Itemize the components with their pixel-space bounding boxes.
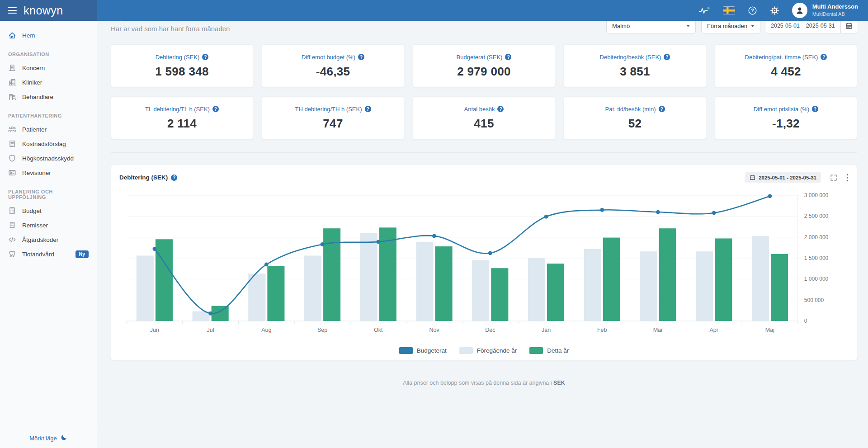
bar-detta-r: [491, 268, 508, 321]
kpi-label: Debitering/besök (SEK): [600, 54, 661, 61]
bar-f-reg-ende-r: [584, 249, 601, 321]
sidebar-nav: HemORGANISATIONKoncernKlinikerBehandlare…: [0, 21, 97, 428]
svg-text:0: 0: [804, 318, 807, 324]
legend-label: Föregående år: [477, 347, 517, 354]
chart-plot-area[interactable]: 0500 0001 000 0001 500 0002 000 0002 500…: [119, 186, 849, 345]
hamburger-menu-icon[interactable]: [8, 7, 17, 14]
user-menu[interactable]: Multi Andersson MultiDental AB: [792, 3, 858, 18]
dark-mode-toggle[interactable]: Mörkt läge: [0, 428, 97, 448]
sidebar-item-kostnadsf-rslag[interactable]: Kostnadsförslag: [0, 137, 97, 151]
sidebar-item-tiotandv-rd[interactable]: TiotandvårdNy: [0, 247, 97, 261]
budgeterat-point: [376, 240, 380, 244]
kpi-help-icon[interactable]: ?: [358, 54, 364, 60]
user-company: MultiDental AB: [812, 11, 858, 17]
kpi-label: Pat. tid/besök (min): [605, 106, 656, 113]
kpi-label: Debitering/pat. timme (SEK): [745, 54, 818, 61]
kpi-help-icon[interactable]: ?: [212, 106, 219, 112]
sidebar-item-label: Åtgärdskoder: [22, 236, 58, 243]
kpi-help-icon[interactable]: ?: [812, 106, 818, 112]
sidebar-item-koncern[interactable]: Koncern: [0, 61, 97, 75]
sidebar-item-budget[interactable]: Budget: [0, 203, 97, 218]
referral-icon: [8, 221, 16, 229]
svg-text:1 500 000: 1 500 000: [804, 255, 829, 261]
svg-text:Dec: Dec: [485, 327, 495, 333]
clinic-select-value: Malmö: [612, 23, 630, 29]
legend-label: Budgeterat: [417, 347, 447, 354]
kpi-help-icon[interactable]: ?: [821, 54, 827, 60]
footer-note: Alla priser och belopp som visas på denn…: [111, 373, 857, 393]
sidebar-item-hem[interactable]: Hem: [0, 28, 97, 42]
code-icon: [8, 236, 16, 244]
kpi-help-icon[interactable]: ?: [497, 106, 504, 112]
user-name: Multi Andersson: [812, 3, 858, 11]
bar-detta-r: [771, 254, 788, 321]
chevron-down-icon: [751, 25, 755, 27]
svg-text:Apr: Apr: [709, 327, 718, 333]
sweden-flag-icon[interactable]: [723, 6, 735, 14]
kpi-card: Budgeterat (SEK)?2 979 000: [413, 44, 555, 88]
legend-item[interactable]: Föregående år: [459, 347, 517, 354]
sidebar-item--tg-rdskoder[interactable]: Åtgärdskoder: [0, 232, 97, 247]
sidebar-item-revisioner[interactable]: Revisioner: [0, 165, 97, 180]
sidebar-item-remisser[interactable]: Remisser: [0, 218, 97, 232]
svg-text:3 000 000: 3 000 000: [804, 192, 829, 198]
svg-text:Okt: Okt: [374, 327, 383, 333]
sidebar-item-h-gkostnadsskydd[interactable]: Högkostnadsskydd: [0, 151, 97, 165]
kpi-card: TH debitering/TH h (SEK)?747: [262, 96, 404, 140]
date-range-input[interactable]: 2025-05-01 – 2025-05-31: [766, 23, 840, 29]
settings-icon[interactable]: [770, 6, 779, 15]
svg-text:2 000 000: 2 000 000: [804, 234, 829, 241]
help-icon[interactable]: ?: [748, 6, 757, 15]
chart-help-icon[interactable]: ?: [171, 174, 177, 181]
budgeterat-point: [321, 242, 325, 246]
kpi-help-icon[interactable]: ?: [365, 106, 371, 112]
svg-text:Aug: Aug: [261, 327, 271, 333]
calendar-icon: [750, 174, 755, 180]
activity-icon[interactable]: [698, 6, 710, 15]
bar-detta-r: [603, 238, 620, 321]
sidebar-item-patienter[interactable]: Patienter: [0, 122, 97, 137]
kpi-label: Debitering (SEK): [156, 54, 200, 61]
kpi-card: Antal besök?415: [413, 96, 555, 140]
kpi-grid: Debitering (SEK)?1 598 348Diff emot budg…: [111, 44, 857, 140]
dark-mode-label: Mörkt läge: [29, 435, 57, 442]
kpi-value: -46,35: [316, 65, 350, 79]
kpi-label: Diff emot budget (%): [302, 54, 355, 61]
kpi-help-icon[interactable]: ?: [659, 106, 665, 112]
bar-detta-r: [659, 228, 676, 321]
legend-swatch: [459, 347, 473, 354]
kpi-card: Debitering (SEK)?1 598 348: [111, 44, 253, 88]
svg-text:Maj: Maj: [765, 327, 774, 333]
bar-f-reg-ende-r: [304, 255, 321, 321]
sidebar-item-label: Revisioner: [22, 170, 51, 176]
sidebar-item-behandlare[interactable]: Behandlare: [0, 90, 97, 104]
kpi-value: 2 114: [167, 117, 197, 131]
kpi-help-icon[interactable]: ?: [505, 54, 511, 60]
sidebar-item-label: Budget: [22, 207, 42, 214]
sidebar-item-kliniker[interactable]: Kliniker: [0, 75, 97, 90]
shield-icon: [8, 154, 16, 162]
kebab-menu-icon[interactable]: [846, 174, 849, 182]
bar-detta-r: [267, 266, 284, 321]
bar-f-reg-ende-r: [472, 260, 489, 321]
kpi-label: TH debitering/TH h (SEK): [295, 106, 362, 113]
patients-icon: [8, 125, 16, 133]
svg-text:1 000 000: 1 000 000: [804, 276, 829, 282]
sidebar-section-title: PATIENTHANTERING: [0, 104, 97, 122]
chevron-down-icon: [686, 25, 690, 27]
kpi-help-icon[interactable]: ?: [664, 54, 670, 60]
expand-icon[interactable]: [830, 174, 837, 181]
legend-item[interactable]: Budgeterat: [399, 347, 447, 354]
budgeterat-point: [432, 234, 436, 238]
chart-title: Debitering (SEK): [119, 174, 168, 181]
sidebar-item-label: Högkostnadsskydd: [22, 155, 74, 162]
main-content: Hej, Multi, Här är vad som har hänt förr…: [97, 0, 868, 393]
debitering-chart[interactable]: 0500 0001 000 0001 500 0002 000 0002 500…: [119, 186, 849, 345]
estimate-icon: [8, 140, 16, 148]
kpi-help-icon[interactable]: ?: [202, 54, 208, 60]
bar-f-reg-ende-r: [752, 236, 769, 321]
app-logo[interactable]: knowyn: [24, 4, 63, 17]
legend-swatch: [529, 347, 543, 354]
kpi-value: 3 851: [620, 65, 650, 79]
legend-item[interactable]: Detta år: [529, 347, 569, 354]
